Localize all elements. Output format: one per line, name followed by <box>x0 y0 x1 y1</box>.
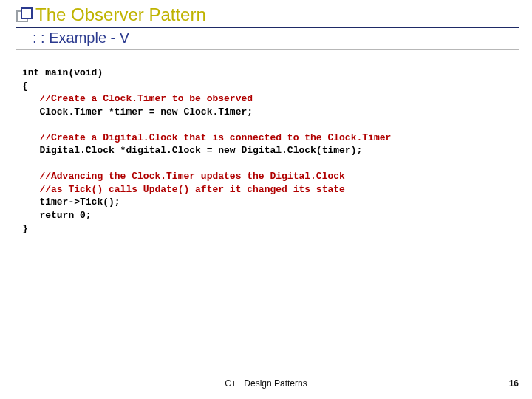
code-line: { <box>22 81 28 92</box>
page-number: 16 <box>509 378 519 389</box>
code-block: int main(void) { //Create a Clock.Timer … <box>22 66 510 235</box>
slide: The Observer Pattern : : Example - V int… <box>0 0 532 399</box>
subtitle-rule <box>16 49 519 50</box>
header-block: The Observer Pattern : : Example - V <box>16 4 519 50</box>
bullet-square-inner <box>21 7 33 19</box>
slide-subtitle: : : Example - V <box>16 28 519 49</box>
code-line: } <box>22 223 28 234</box>
code-line: timer->Tick(); <box>22 197 120 208</box>
code-comment: //Advancing the Clock.Timer updates the … <box>22 171 345 182</box>
code-line: return 0; <box>22 210 92 221</box>
footer-text: C++ Design Patterns <box>0 378 532 389</box>
code-line: Clock.Timer *timer = new Clock.Timer; <box>22 106 253 117</box>
code-comment: //Create a Digital.Clock that is connect… <box>22 132 391 143</box>
code-comment: //as Tick() calls Update() after it chan… <box>22 184 345 195</box>
slide-title: The Observer Pattern <box>35 4 206 25</box>
code-line: Digital.Clock *digital.Clock = new Digit… <box>22 145 362 156</box>
title-row: The Observer Pattern <box>16 4 519 25</box>
code-line: int main(void) <box>22 67 103 78</box>
code-comment: //Create a Clock.Timer to be observed <box>22 93 253 104</box>
